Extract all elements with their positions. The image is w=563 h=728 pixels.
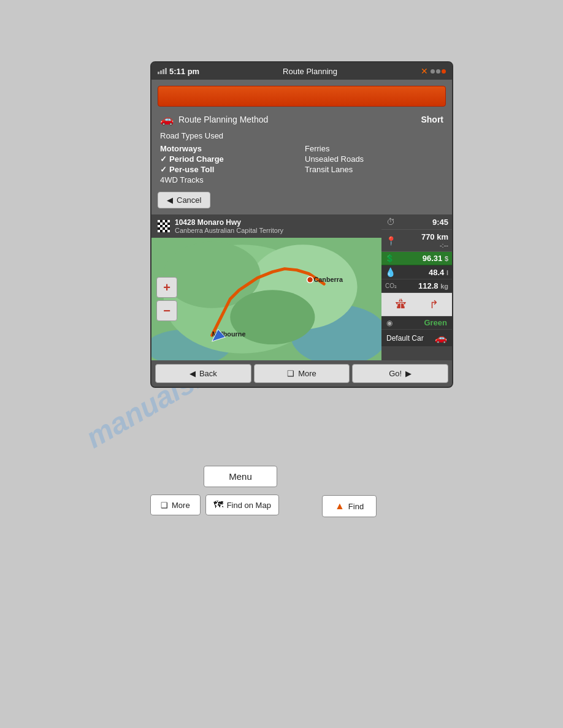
bottom-buttons-row: More 🗺 Find on Map — [150, 495, 331, 515]
motorways-label: Motorways — [160, 144, 202, 153]
road-type-period-charge: ✓ Period Charge — [160, 154, 299, 164]
road-type-per-use: ✓ Per-use Toll — [160, 165, 299, 174]
go-arrow-icon — [405, 369, 412, 378]
road-type-motorways: Motorways — [160, 144, 299, 153]
zoom-in-button[interactable]: + — [156, 277, 177, 298]
period-charge-label: Period Charge — [169, 154, 224, 164]
bottom-section: Menu ▲ Find More 🗺 Find on Map — [150, 466, 331, 515]
fuel-icon: 💧 — [385, 267, 396, 277]
menu-btn-container: Menu — [150, 466, 331, 487]
map-main: 10428 Monaro Hwy Canberra Australian Cap… — [151, 214, 381, 360]
ferries-label: Ferries — [305, 144, 329, 153]
find-label: Find — [348, 502, 364, 511]
cost-value: 96.31 $ — [423, 254, 448, 263]
bar3 — [163, 69, 164, 74]
bar4 — [165, 68, 167, 74]
road-icons-row: 🛣 ↱ — [381, 293, 452, 316]
zoom-controls: + − — [156, 277, 177, 321]
status-dots — [431, 69, 446, 74]
dist-stat-row: 📍 770 km -:-- — [381, 230, 452, 252]
dot3 — [442, 69, 446, 74]
route-method-row: 🚗 Route Planning Method Short — [158, 113, 446, 126]
co2-label: CO₂ — [385, 282, 397, 289]
eta-time: 9:45 — [432, 218, 448, 227]
go-label: Go! — [389, 369, 402, 378]
transit-label: Transit Lanes — [305, 165, 353, 174]
find-on-map-button[interactable]: 🗺 Find on Map — [205, 495, 279, 515]
road-types-grid: Motorways Ferries ✓ Period Charge Unseal… — [158, 144, 446, 184]
back-button[interactable]: Back — [155, 364, 251, 383]
stats-panel: ⏱ 9:45 📍 770 km -:-- 💲 96.31 $ — [381, 214, 452, 360]
dest-address: Canberra Australian Capital Territory — [175, 227, 375, 234]
cost-unit: $ — [445, 255, 448, 262]
route-panel: 🚗 Route Planning Method Short Road Types… — [151, 80, 452, 214]
vehicle-icon: 🚗 — [435, 332, 447, 344]
destination-bar: 10428 Monaro Hwy Canberra Australian Cap… — [151, 214, 381, 238]
time-stat-values: 9:45 — [400, 218, 448, 227]
find-btn-container: ▲ Find — [322, 495, 377, 517]
cost-amount: 96.31 — [423, 254, 443, 263]
find-triangle-icon: ▲ — [335, 501, 345, 512]
car-row: Default Car 🚗 — [381, 330, 452, 346]
cost-icon: 💲 — [385, 254, 394, 263]
zoom-out-button[interactable]: − — [156, 300, 177, 321]
road-type-unsealed: Unsealed Roads — [305, 154, 443, 164]
road-types-title: Road Types Used — [158, 131, 446, 140]
menu-label: Menu — [229, 471, 252, 482]
fuel-row: 💧 48.4 l — [381, 265, 452, 279]
header-time: 5:11 pm — [169, 67, 199, 76]
road-type-4wd: 4WD Tracks — [160, 175, 299, 184]
vehicle-label: Default Car — [386, 334, 424, 343]
go-button[interactable]: Go! — [352, 364, 448, 383]
more-label: More — [298, 369, 316, 378]
fuel-value: 48.4 l — [429, 268, 448, 277]
distance-value: 770 km — [421, 232, 448, 241]
dist-stat-values: 770 km -:-- — [400, 232, 448, 249]
theme-label: Green — [424, 318, 447, 327]
cancel-button[interactable]: Cancel — [158, 192, 210, 208]
back-arrow-icon — [190, 369, 196, 378]
more-button-2[interactable]: More — [150, 495, 201, 515]
back-label: Back — [199, 369, 217, 378]
fuel-amount: 48.4 — [429, 268, 444, 277]
4wd-label: 4WD Tracks — [160, 175, 204, 184]
device-container: 5:11 pm Route Planning ✕ 🚗 Route Plannin… — [150, 61, 453, 388]
dest-info: 10428 Monaro Hwy Canberra Australian Cap… — [175, 218, 375, 234]
car-icon: 🚗 — [160, 113, 174, 126]
header-bar: 5:11 pm Route Planning ✕ — [151, 63, 452, 80]
bar2 — [160, 70, 162, 74]
more2-label: More — [172, 501, 190, 510]
time-sub: -:-- — [440, 241, 448, 249]
per-use-label: Per-use Toll — [169, 165, 214, 174]
turn-icon: ↱ — [429, 298, 439, 311]
bar1 — [158, 72, 159, 74]
co2-row: CO₂ 112.8 kg — [381, 279, 452, 293]
header-left: 5:11 pm — [158, 67, 199, 76]
route-method-value: Short — [421, 115, 443, 124]
cost-row: 💲 96.31 $ — [381, 252, 452, 265]
unsealed-label: Unsealed Roads — [305, 154, 364, 164]
header-title: Route Planning — [283, 67, 337, 76]
peruse-check-icon: ✓ — [160, 165, 167, 174]
find-button[interactable]: ▲ Find — [322, 495, 377, 517]
fuel-unit: l — [446, 269, 448, 276]
signal-bars-icon — [158, 68, 167, 74]
eco-icon: ◉ — [386, 319, 393, 327]
header-icons: ✕ — [421, 66, 446, 76]
road-type-ferries: Ferries — [305, 144, 443, 153]
clock-stat-icon: ⏱ — [385, 217, 396, 227]
cancel-label: Cancel — [177, 195, 201, 205]
more-button[interactable]: More — [254, 364, 350, 383]
route-method-left: 🚗 Route Planning Method — [160, 113, 268, 126]
menu-button[interactable]: Menu — [204, 466, 277, 487]
time-stat-row: ⏱ 9:45 — [381, 214, 452, 230]
co2-amount: 112.8 — [418, 281, 439, 290]
dot2 — [436, 69, 440, 74]
svg-text:Canberra: Canberra — [313, 276, 343, 283]
find-map-icon: 🗺 — [213, 499, 223, 510]
map-svg: Melbourne Canberra — [151, 238, 381, 360]
co2-value: 112.8 kg — [418, 281, 448, 290]
orange-bar — [158, 86, 446, 107]
map-area[interactable]: Melbourne Canberra + − — [151, 238, 381, 360]
cancel-arrow-icon — [167, 195, 173, 205]
